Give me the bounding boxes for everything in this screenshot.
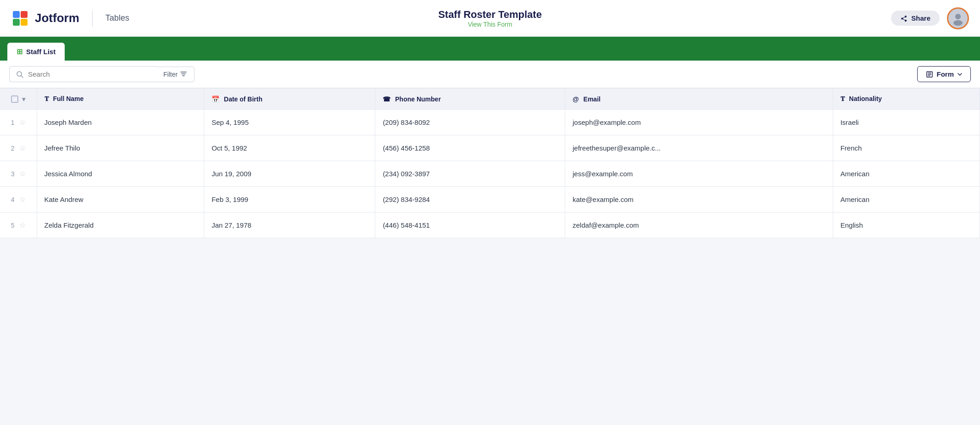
cell-nationality: English bbox=[833, 212, 980, 238]
cell-dob: Jun 19, 2009 bbox=[204, 161, 375, 187]
logo-icon bbox=[11, 9, 29, 28]
row-number: 5 bbox=[11, 222, 15, 229]
cell-dob: Sep 4, 1995 bbox=[204, 110, 375, 135]
cell-email: joseph@example.com bbox=[565, 110, 833, 135]
svg-point-6 bbox=[953, 20, 963, 26]
star-icon[interactable]: ☆ bbox=[19, 144, 26, 152]
star-icon[interactable]: ☆ bbox=[19, 195, 26, 204]
th-dob-label: Date of Birth bbox=[224, 95, 262, 103]
calendar-type-icon: 📅 bbox=[212, 95, 219, 103]
th-dob: 📅 Date of Birth bbox=[204, 89, 375, 110]
row-number: 4 bbox=[11, 196, 15, 203]
svg-point-5 bbox=[955, 14, 961, 19]
th-full-name-label: Full Name bbox=[53, 95, 84, 102]
table-row: 3 ☆ Jessica Almond Jun 19, 2009 (234) 09… bbox=[0, 161, 980, 187]
cell-phone: (234) 092-3897 bbox=[375, 161, 565, 187]
th-full-name: 𝐓 Full Name bbox=[37, 89, 204, 110]
table-row: 1 ☆ Joseph Marden Sep 4, 1995 (209) 834-… bbox=[0, 110, 980, 135]
cell-full-name: Joseph Marden bbox=[37, 110, 204, 135]
cell-nationality: Israeli bbox=[833, 110, 980, 135]
page-title: Staff Roster Template bbox=[438, 9, 542, 21]
table-row: 4 ☆ Kate Andrew Feb 3, 1999 (292) 834-92… bbox=[0, 187, 980, 212]
avatar[interactable] bbox=[947, 7, 969, 29]
svg-rect-3 bbox=[13, 19, 20, 26]
filter-icon bbox=[180, 72, 187, 77]
th-nationality: 𝐓 Nationality bbox=[833, 89, 980, 110]
th-email-label: Email bbox=[584, 95, 601, 103]
cell-email: zeldaf@example.com bbox=[565, 212, 833, 238]
email-type-icon: @ bbox=[573, 95, 579, 103]
cell-full-name: Kate Andrew bbox=[37, 187, 204, 212]
form-view-button[interactable]: Form bbox=[917, 66, 971, 82]
cell-dob: Oct 5, 1992 bbox=[204, 135, 375, 161]
cell-phone: (456) 456-1258 bbox=[375, 135, 565, 161]
tab-label: Staff List bbox=[26, 48, 56, 56]
cell-full-name: Jefree Thilo bbox=[37, 135, 204, 161]
cell-nationality: American bbox=[833, 187, 980, 212]
search-input[interactable] bbox=[28, 70, 120, 78]
cell-phone: (209) 834-8092 bbox=[375, 110, 565, 135]
th-phone: ☎ Phone Number bbox=[375, 89, 565, 110]
th-select: ▾ bbox=[0, 89, 37, 110]
tab-staff-list[interactable]: ⊞ Staff List bbox=[7, 43, 65, 61]
filter-button[interactable]: Filter bbox=[156, 67, 195, 82]
row-num-cell: 4 ☆ bbox=[0, 187, 37, 212]
view-form-link[interactable]: View This Form bbox=[438, 21, 542, 28]
row-num-cell: 1 ☆ bbox=[0, 110, 37, 135]
search-box bbox=[9, 66, 156, 82]
star-icon[interactable]: ☆ bbox=[19, 118, 26, 127]
select-all-cell: ▾ bbox=[7, 95, 29, 103]
svg-rect-4 bbox=[21, 19, 28, 26]
row-number: 2 bbox=[11, 145, 15, 152]
header: Jotform Tables Staff Roster Template Vie… bbox=[0, 0, 980, 37]
row-num-cell: 2 ☆ bbox=[0, 135, 37, 161]
table-row: 2 ☆ Jefree Thilo Oct 5, 1992 (456) 456-1… bbox=[0, 135, 980, 161]
tab-grid-icon: ⊞ bbox=[17, 47, 22, 56]
header-chevron-icon[interactable]: ▾ bbox=[22, 95, 25, 103]
jotform-logo bbox=[11, 9, 29, 28]
header-center: Staff Roster Template View This Form bbox=[438, 9, 542, 28]
tab-bar: ⊞ Staff List bbox=[0, 37, 980, 61]
table-body: 1 ☆ Joseph Marden Sep 4, 1995 (209) 834-… bbox=[0, 110, 980, 238]
logo-area: Jotform Tables bbox=[11, 9, 129, 28]
share-icon bbox=[900, 15, 908, 22]
share-button[interactable]: Share bbox=[891, 11, 940, 26]
select-all-checkbox[interactable] bbox=[11, 95, 18, 103]
logo-text: Jotform bbox=[35, 11, 79, 25]
th-nationality-label: Nationality bbox=[849, 95, 882, 102]
cell-email: jefreethesuper@example.c... bbox=[565, 135, 833, 161]
text-nationality-icon: 𝐓 bbox=[841, 95, 845, 102]
row-num-cell: 3 ☆ bbox=[0, 161, 37, 187]
cell-dob: Feb 3, 1999 bbox=[204, 187, 375, 212]
th-email: @ Email bbox=[565, 89, 833, 110]
toolbar-right: Form bbox=[917, 66, 971, 82]
form-btn-label: Form bbox=[937, 70, 954, 78]
row-number: 1 bbox=[11, 119, 15, 126]
avatar-icon bbox=[951, 11, 965, 26]
chevron-down-icon bbox=[958, 73, 962, 76]
cell-phone: (446) 548-4151 bbox=[375, 212, 565, 238]
phone-type-icon: ☎ bbox=[383, 95, 390, 103]
svg-rect-2 bbox=[21, 11, 28, 18]
cell-dob: Jan 27, 1978 bbox=[204, 212, 375, 238]
star-icon[interactable]: ☆ bbox=[19, 221, 26, 229]
row-num-cell: 5 ☆ bbox=[0, 212, 37, 238]
data-table-container: ▾ 𝐓 Full Name 📅 Date of Birth ☎ Phone Nu… bbox=[0, 88, 980, 238]
cell-nationality: American bbox=[833, 161, 980, 187]
staff-table: ▾ 𝐓 Full Name 📅 Date of Birth ☎ Phone Nu… bbox=[0, 88, 980, 238]
star-icon[interactable]: ☆ bbox=[19, 169, 26, 178]
header-right: Share bbox=[891, 7, 969, 29]
svg-rect-1 bbox=[13, 11, 20, 18]
row-number: 3 bbox=[11, 170, 15, 178]
filter-label: Filter bbox=[163, 71, 178, 78]
table-header-row: ▾ 𝐓 Full Name 📅 Date of Birth ☎ Phone Nu… bbox=[0, 89, 980, 110]
share-label: Share bbox=[911, 14, 930, 22]
table-row: 5 ☆ Zelda Fitzgerald Jan 27, 1978 (446) … bbox=[0, 212, 980, 238]
cell-phone: (292) 834-9284 bbox=[375, 187, 565, 212]
tables-label: Tables bbox=[106, 13, 129, 23]
search-icon bbox=[16, 71, 23, 78]
cell-full-name: Jessica Almond bbox=[37, 161, 204, 187]
cell-full-name: Zelda Fitzgerald bbox=[37, 212, 204, 238]
cell-nationality: French bbox=[833, 135, 980, 161]
cell-email: kate@example.com bbox=[565, 187, 833, 212]
